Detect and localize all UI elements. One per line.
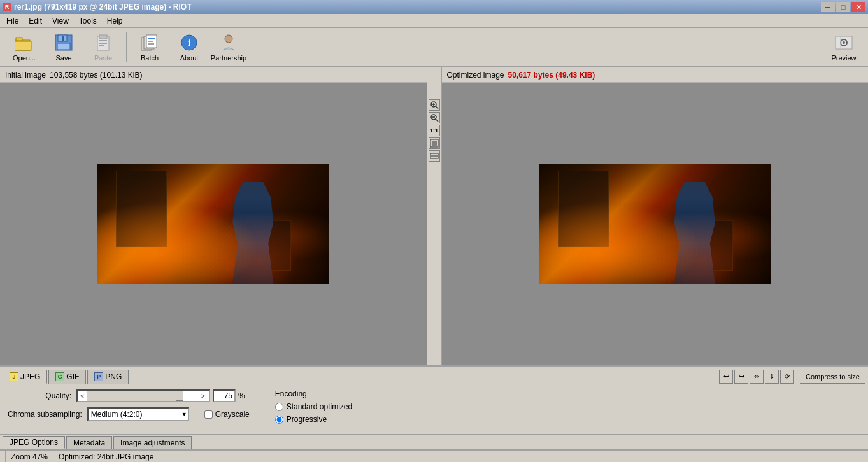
tab-tools-separator — [797, 370, 797, 383]
menu-view[interactable]: View — [47, 15, 74, 27]
restore-button[interactable]: □ — [836, 2, 850, 12]
fit-window-button[interactable] — [429, 137, 440, 149]
menu-file[interactable]: File — [1, 15, 24, 27]
right-image-canvas[interactable] — [442, 83, 869, 365]
standard-radio-row: Standard optimized — [275, 402, 352, 411]
rotate-icon: ⟳ — [785, 373, 790, 380]
quality-pct: % — [238, 391, 245, 400]
quality-value-text: 75 — [224, 391, 232, 400]
chroma-label: Chroma subsampling: — [8, 410, 82, 419]
zoom-reset-button[interactable]: 1:1 — [429, 125, 440, 136]
window-title: rer1.jpg (791x419 px @ 24bit JPEG image)… — [14, 3, 191, 11]
slider-thumb[interactable] — [176, 391, 183, 401]
svg-rect-2 — [15, 41, 31, 50]
undo-button[interactable]: ↩ — [719, 370, 733, 384]
svg-text:i: i — [188, 38, 190, 48]
quality-row: Quality: < > 75 % — [8, 389, 250, 402]
encoding-label: Encoding — [275, 389, 352, 398]
redo-icon: ↪ — [739, 372, 744, 381]
preview-icon — [834, 32, 854, 53]
menu-help[interactable]: Help — [102, 15, 128, 27]
quality-value-display: 75 — [213, 389, 236, 402]
image-adjustments-label: Image adjustments — [120, 438, 185, 447]
gif-tab-icon: G — [55, 372, 64, 381]
svg-rect-16 — [148, 41, 153, 42]
batch-label: Batch — [141, 54, 159, 62]
left-panel-header: Initial image 103,558 bytes (101.13 KiB) — [0, 67, 427, 83]
encoding-group: Encoding Standard optimized Progressive — [275, 389, 352, 424]
redo-button[interactable]: ↪ — [734, 370, 748, 384]
right-panel-header: Optimized image 50,617 bytes (49.43 KiB) — [442, 67, 869, 83]
flip-h-button[interactable]: ⇔ — [750, 370, 764, 384]
tab-jpeg[interactable]: J JPEG — [3, 370, 47, 384]
standard-label[interactable]: Standard optimized — [287, 402, 352, 411]
zoom-status: Zoom 47% — [5, 451, 53, 462]
open-icon — [14, 32, 34, 53]
about-button[interactable]: i About — [170, 30, 208, 64]
jpeg-tab-icon: J — [10, 372, 18, 381]
undo-icon: ↩ — [723, 372, 729, 381]
fit-width-button[interactable] — [429, 150, 440, 162]
slider-right-arrow: > — [199, 393, 208, 400]
png-tab-icon: P — [94, 372, 103, 381]
tab-png[interactable]: P PNG — [87, 370, 129, 384]
quality-slider-wrapper: < > 75 % — [76, 389, 245, 402]
zoom-in-button[interactable] — [429, 99, 440, 111]
svg-rect-15 — [148, 38, 155, 39]
svg-rect-6 — [62, 36, 64, 41]
preview-button[interactable]: Preview — [825, 30, 863, 64]
standard-radio[interactable] — [275, 403, 283, 411]
svg-line-26 — [436, 106, 438, 109]
left-panel-label: Initial image — [5, 71, 46, 80]
grayscale-row: Grayscale — [204, 410, 250, 419]
svg-rect-5 — [57, 43, 70, 50]
metadata-label: Metadata — [73, 438, 105, 447]
open-button[interactable]: Open... — [5, 30, 43, 64]
grayscale-label[interactable]: Grayscale — [215, 410, 250, 419]
save-button[interactable]: Save — [45, 30, 83, 64]
chroma-select[interactable]: None (4:4:4) Low (4:1:1) Medium (4:2:0) … — [87, 407, 189, 421]
tab-metadata[interactable]: Metadata — [66, 436, 112, 449]
status-bar: Zoom 47% Optimized: 24bit JPG image — [0, 449, 868, 462]
toolbar-separator — [126, 32, 127, 62]
menu-tools[interactable]: Tools — [74, 15, 102, 27]
grayscale-checkbox[interactable] — [204, 410, 213, 419]
menu-edit[interactable]: Edit — [24, 15, 47, 27]
compress-to-size-label: Compress to size — [806, 373, 860, 381]
tab-gif[interactable]: G GIF — [48, 370, 86, 384]
tab-jpeg-options[interactable]: JPEG Options — [3, 436, 65, 449]
right-panel: Optimized image 50,617 bytes (49.43 KiB) — [442, 67, 869, 365]
jpeg-tab-label: JPEG — [20, 372, 40, 381]
tab-image-adjustments[interactable]: Image adjustments — [113, 436, 192, 449]
options-panel: Quality: < > 75 % Chroma subsampling: — [0, 384, 868, 434]
partnership-label: Partnership — [211, 54, 246, 62]
batch-button[interactable]: Batch — [131, 30, 169, 64]
zoom-controls: 1:1 — [427, 67, 442, 365]
about-label: About — [180, 54, 199, 62]
close-button[interactable]: ✕ — [851, 2, 865, 12]
jpeg-options-label: JPEG Options — [10, 438, 58, 447]
right-game-image — [539, 164, 771, 284]
paste-button[interactable]: Paste — [84, 30, 122, 64]
slider-fill — [87, 391, 180, 401]
toolbar: Open... Save Paste — [0, 28, 868, 67]
flip-v-button[interactable]: ⇕ — [765, 370, 779, 384]
partnership-button[interactable]: Partnership — [210, 30, 248, 64]
compress-to-size-button[interactable]: Compress to size — [800, 370, 865, 384]
progressive-label[interactable]: Progressive — [287, 415, 327, 424]
progressive-radio-row: Progressive — [275, 415, 352, 424]
svg-rect-17 — [148, 43, 154, 45]
quality-slider-track[interactable]: < > — [76, 389, 210, 402]
save-icon — [53, 32, 74, 53]
rotate-button[interactable]: ⟳ — [780, 370, 794, 384]
main-content: Initial image 103,558 bytes (101.13 KiB) — [0, 67, 868, 365]
progressive-radio[interactable] — [275, 416, 283, 424]
left-panel-size: 103,558 bytes (101.13 KiB) — [50, 71, 142, 80]
left-game-image — [97, 164, 329, 284]
svg-line-30 — [436, 119, 438, 122]
svg-rect-10 — [99, 43, 107, 44]
zoom-out-button[interactable] — [429, 112, 440, 123]
minimize-button[interactable]: ─ — [821, 2, 835, 12]
svg-rect-33 — [432, 141, 437, 146]
left-image-canvas[interactable] — [0, 83, 427, 365]
